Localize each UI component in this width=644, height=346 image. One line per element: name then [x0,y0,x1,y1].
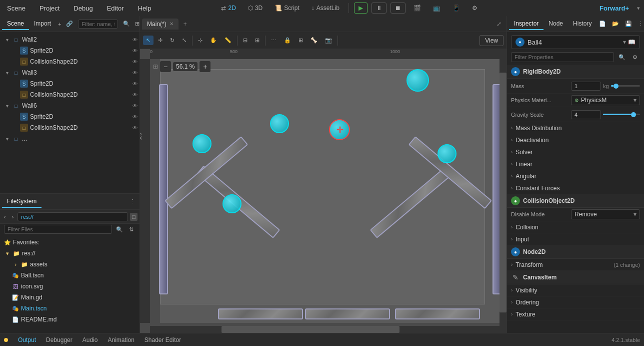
viewport-canvas[interactable]: 500 1000 0 500 ⊞ − 56.1 % + [140,49,506,333]
collision-section[interactable]: › Collision [507,221,644,233]
inspector-more-button[interactable]: ⋮ [636,19,644,29]
bottom-tab-animation[interactable]: Animation [106,335,136,344]
visibility-eye-icon[interactable]: 👁 [132,103,138,109]
menu-help[interactable]: Help [135,3,154,14]
filter-properties-input[interactable] [511,52,614,62]
list-item[interactable]: □ CollisionShape2D 👁 [0,122,140,133]
viewport-tab-main[interactable]: Main(*) ✕ [142,19,178,30]
ordering-section[interactable]: › Ordering [507,296,644,308]
search-scene-button[interactable]: 🔍 [121,19,132,30]
remote-deploy-2[interactable]: 📱 [448,3,464,14]
linear-section[interactable]: › Linear [507,158,644,170]
list-item[interactable]: S Sprite2D 👁 [0,78,140,89]
link-button[interactable]: 🔗 [64,19,75,30]
tab-scene[interactable]: Scene [2,18,29,30]
visibility-eye-icon[interactable]: 👁 [132,92,138,98]
visibility-eye-icon[interactable]: 👁 [132,59,138,65]
deactivation-section[interactable]: › Deactivation [507,134,644,146]
assetlib-button[interactable]: ↓ AssetLib [308,3,344,14]
node2d-section-header[interactable]: ● Node2D [507,245,644,259]
list-item[interactable]: 📝 Main.gd [0,292,140,303]
bottom-tab-output[interactable]: Output [16,335,38,344]
node-selector[interactable]: ● Ball4 ▾ 📖 [511,35,640,49]
constant-forces-section[interactable]: › Constant Forces [507,182,644,194]
fs-forward-button[interactable]: › [10,213,16,221]
list-item[interactable]: ▾ 📁 res:// [0,248,140,259]
solver-section[interactable]: › Solver [507,146,644,158]
tab-node[interactable]: Node [544,18,568,30]
add-node-button[interactable]: + [56,19,63,30]
angular-section[interactable]: › Angular [507,170,644,182]
move-tool-button[interactable]: ✛ [155,36,166,45]
more-tools-button[interactable]: ⋯ [268,36,280,45]
doc-icon[interactable]: 📖 [628,39,636,46]
smart-snap-button[interactable]: ⊟ [240,36,250,45]
select-tool-button[interactable]: ↖ [143,36,154,45]
play-button[interactable]: ▶ [354,3,368,14]
close-tab-icon[interactable]: ✕ [170,21,174,27]
fs-filter-input[interactable] [4,225,112,234]
bottom-tab-audio[interactable]: Audio [80,335,100,344]
pause-button[interactable]: ⏸ [372,3,386,14]
zoom-in-button[interactable]: + [200,61,210,72]
list-item[interactable]: □ CollisionShape2D 👁 [0,89,140,100]
input-section[interactable]: › Input [507,233,644,245]
gravity-slider-thumb[interactable] [631,112,636,117]
fs-sort-button[interactable]: ⇅ [127,225,136,234]
visibility-eye-icon[interactable]: 👁 [132,37,138,43]
scrollbar-vertical[interactable] [500,59,506,326]
transform-section[interactable]: › Transform (1 change) [507,259,644,271]
texture-section[interactable]: › Texture [507,308,644,320]
tab-history[interactable]: History [568,18,596,30]
fs-path-input[interactable] [18,212,128,221]
visibility-eye-icon[interactable]: 👁 [132,48,138,54]
rigidbody2d-section-header[interactable]: ● RigidBody2D [507,65,644,79]
mode-3d-button[interactable]: ⬡ 3D [244,3,266,14]
menu-editor[interactable]: Editor [104,3,127,14]
visibility-section[interactable]: › Visibility [507,284,644,296]
skeleton-button[interactable]: 🦴 [308,36,320,45]
settings-button[interactable]: ⚙ [468,3,482,14]
scene-filter-field[interactable] [78,20,118,29]
ruler-tool-button[interactable]: 📏 [222,36,234,45]
visibility-eye-icon[interactable]: 👁 [132,125,138,131]
list-item[interactable]: › 📁 assets [0,259,140,270]
tab-import[interactable]: Import [29,18,56,30]
list-item[interactable]: □ CollisionShape2D 👁 [0,56,140,67]
lock-button[interactable]: 🔒 [281,36,294,45]
scene-layout-button[interactable]: ⊞ [133,19,140,30]
mass-distribution-section[interactable]: › Mass Distribution [507,122,644,134]
remote-deploy-1[interactable]: 📺 [429,3,444,14]
menu-debug[interactable]: Debug [70,3,96,14]
list-item[interactable]: 📄 README.md [0,314,140,325]
menu-scene[interactable]: Scene [4,3,28,14]
tab-filesystem[interactable]: FileSystem [2,196,42,208]
bottom-tab-shader[interactable]: Shader Editor [142,335,183,344]
mode-2d-button[interactable]: ⇄ 2D [217,3,240,14]
use-snap-button[interactable]: ⊞ [252,36,262,45]
visibility-eye-icon[interactable]: 👁 [132,114,138,120]
gravity-scale-input[interactable] [571,110,601,119]
open-script-button[interactable]: 📂 [610,19,622,29]
list-item[interactable]: S Sprite2D 👁 [0,111,140,122]
view-menu-button[interactable]: View [480,35,504,46]
scrollbar-thumb-v[interactable] [500,73,506,313]
scale-tool-button[interactable]: ⤡ [179,36,190,45]
collisionobject2d-section-header[interactable]: ● CollisionObject2D [507,194,644,208]
mass-slider-thumb[interactable] [614,84,618,89]
renderer-dropdown[interactable]: ▾ [637,5,640,12]
save-button[interactable]: 💾 [622,19,634,29]
visibility-eye-icon[interactable]: 👁 [132,81,138,87]
mass-input[interactable] [571,82,601,91]
fs-back-button[interactable]: ‹ [2,213,8,221]
list-item[interactable]: 🎭 Ball.tscn [0,270,140,281]
rotate-tool-button[interactable]: ↻ [167,36,178,45]
list-item[interactable]: ▾ □ Wall6 👁 [0,100,140,111]
bottom-tab-debugger[interactable]: Debugger [44,335,74,344]
disable-mode-dropdown[interactable]: Remove ▾ [571,209,640,219]
fs-more-button[interactable]: ⋮ [128,197,138,206]
script-button[interactable]: 📜 Script [270,3,304,14]
menu-project[interactable]: Project [36,3,62,14]
list-item[interactable]: ▾ □ ... [0,133,140,144]
filter-options-button[interactable]: ⚙ [630,53,640,62]
